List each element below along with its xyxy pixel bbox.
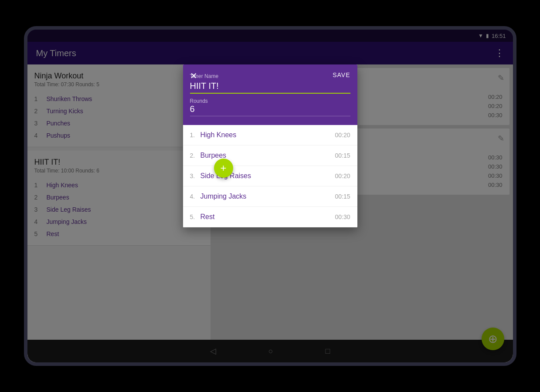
modal-exercise-num: 1. xyxy=(190,132,200,139)
modal-save-button[interactable]: SAVE xyxy=(333,71,350,78)
modal-exercise-time: 00:30 xyxy=(335,213,350,220)
modal-header: ✕ SAVE Timer Name Rounds 6 xyxy=(183,64,357,125)
modal-overlay: ✕ SAVE Timer Name Rounds 6 1. High xyxy=(27,30,513,362)
modal-exercise-num: 3. xyxy=(190,172,200,179)
tablet-screen: ▼ ▮ 16:51 My Timers ⋮ Ninja Workout Tota… xyxy=(27,30,513,362)
modal-exercise-time: 00:20 xyxy=(335,132,350,139)
plus-icon: + xyxy=(220,163,226,173)
modal-exercise-name: Rest xyxy=(200,213,335,221)
modal-exercise-name: Jumping Jacks xyxy=(200,193,335,200)
modal-exercise-num: 5. xyxy=(190,213,200,220)
modal-exercise-time: 00:15 xyxy=(335,193,350,200)
modal-exercise-row[interactable]: 5. Rest 00:30 xyxy=(183,207,357,227)
timer-name-input[interactable] xyxy=(190,81,350,94)
rounds-value: 6 xyxy=(190,104,350,116)
modal-exercise-name: Burpees xyxy=(200,152,335,159)
modal-exercise-row[interactable]: 2. Burpees 00:15 xyxy=(183,145,357,166)
edit-timer-modal: ✕ SAVE Timer Name Rounds 6 1. High xyxy=(183,64,357,227)
add-exercise-fab[interactable]: + xyxy=(214,159,233,178)
modal-exercise-row[interactable]: 1. High Knees 00:20 xyxy=(183,125,357,145)
modal-exercise-num: 2. xyxy=(190,152,200,159)
modal-exercise-num: 4. xyxy=(190,193,200,200)
modal-exercise-row[interactable]: 4. Jumping Jacks 00:15 xyxy=(183,186,357,207)
modal-exercise-time: 00:15 xyxy=(335,152,350,159)
timer-name-label: Timer Name xyxy=(190,73,350,79)
modal-exercise-time: 00:20 xyxy=(335,172,350,179)
modal-close-button[interactable]: ✕ xyxy=(190,71,197,81)
modal-body: 1. High Knees 00:20 2. Burpees 00:15 3. … xyxy=(183,125,357,227)
modal-exercise-name: High Knees xyxy=(200,131,335,139)
modal-exercise-row[interactable]: 3. Side Leg Raises 00:20 xyxy=(183,166,357,186)
rounds-label: Rounds xyxy=(190,98,350,104)
tablet-frame: ▼ ▮ 16:51 My Timers ⋮ Ninja Workout Tota… xyxy=(24,26,516,366)
